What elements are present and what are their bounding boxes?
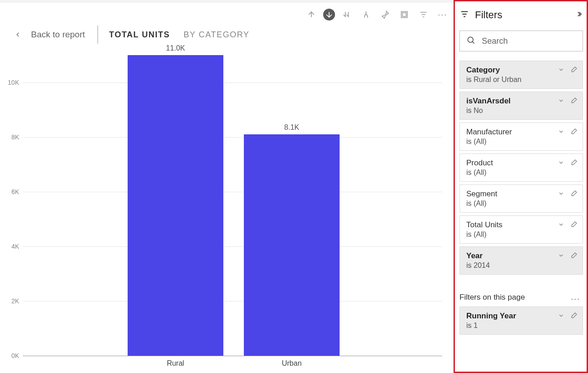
drill-up-icon[interactable] [304, 7, 319, 22]
separator [98, 26, 98, 44]
chevron-down-icon[interactable] [557, 312, 565, 320]
svg-rect-1 [402, 13, 406, 16]
expand-all-icon[interactable] [359, 7, 373, 22]
bar-urban[interactable]: 8.1K [244, 123, 340, 356]
gridline [23, 301, 442, 301]
eraser-icon[interactable] [570, 189, 578, 198]
svg-point-2 [468, 37, 473, 42]
filter-value: is (All) [466, 138, 576, 146]
eraser-icon[interactable] [570, 158, 578, 167]
tab-by-category[interactable]: BY CATEGORY [184, 30, 250, 40]
filter-value: is 2014 [466, 261, 576, 270]
gridline [23, 246, 442, 247]
filter-value: is 1 [466, 322, 576, 330]
breadcrumb-bar: Back to report TOTAL UNITS BY CATEGORY [0, 23, 454, 46]
y-tick-label: 10K [0, 79, 19, 86]
filter-card-isvanarsdel[interactable]: isVanArsdelis No [459, 92, 583, 120]
drill-down-icon[interactable] [323, 9, 335, 20]
filters-search-input[interactable] [482, 36, 576, 46]
gridline [23, 137, 442, 138]
filter-pane-icon [459, 9, 469, 21]
bar-value-label: 11.0K [166, 44, 185, 52]
chevron-down-icon[interactable] [557, 97, 565, 105]
eraser-icon[interactable] [570, 251, 578, 260]
eraser-icon[interactable] [570, 66, 578, 74]
filter-value: is Rural or Urban [466, 76, 576, 84]
chevron-down-icon[interactable] [557, 66, 565, 74]
filter-card-product[interactable]: Productis (All) [459, 153, 583, 182]
x-category-label: Rural [167, 359, 184, 368]
filter-card-segment[interactable]: Segmentis (All) [459, 184, 583, 213]
page-filters-label: Filters on this page [459, 293, 525, 302]
gridline [23, 356, 442, 356]
filter-card-running-year[interactable]: Running Yearis 1 [459, 307, 583, 335]
visual-toolbar: ··· [304, 7, 450, 22]
filter-card-manufacturer[interactable]: Manufactureris (All) [459, 123, 583, 151]
filter-value: is No [466, 107, 576, 115]
more-options-icon[interactable]: ··· [435, 7, 450, 22]
focus-mode-icon[interactable] [397, 7, 412, 22]
page-filters-section: Filters on this page ... [459, 293, 583, 302]
filter-value: is (All) [466, 230, 576, 239]
expand-next-level-icon[interactable] [340, 7, 354, 22]
bar-rect [128, 55, 223, 356]
filter-card-year[interactable]: Yearis 2014 [459, 246, 583, 275]
page-filters-list: Running Yearis 1 [459, 307, 583, 335]
eraser-icon[interactable] [570, 312, 578, 320]
chevron-down-icon[interactable] [557, 158, 565, 167]
filters-search-box[interactable] [459, 31, 583, 51]
back-to-report-link[interactable]: Back to report [31, 30, 85, 40]
y-tick-label: 2K [0, 297, 19, 305]
bar-value-label: 8.1K [284, 123, 299, 132]
visual-filters-list: Categoryis Rural or UrbanisVanArsdelis N… [459, 61, 583, 275]
y-tick-label: 4K [0, 243, 19, 250]
pin-icon[interactable] [378, 7, 392, 22]
filter-card-category[interactable]: Categoryis Rural or Urban [459, 61, 583, 89]
chevron-down-icon[interactable] [557, 189, 565, 198]
tab-total-units[interactable]: TOTAL UNITS [109, 30, 170, 40]
bar-rect [244, 134, 340, 356]
filters-title: Filters [475, 9, 569, 21]
gridline [23, 192, 442, 192]
filter-card-total-units[interactable]: Total Unitsis (All) [459, 215, 583, 244]
chevron-down-icon[interactable] [557, 251, 565, 260]
x-category-label: Urban [282, 359, 302, 368]
report-canvas: ··· Back to report TOTAL UNITS BY CATEGO… [0, 3, 454, 373]
eraser-icon[interactable] [570, 220, 578, 229]
collapse-pane-icon[interactable] [575, 10, 583, 20]
y-tick-label: 0K [0, 352, 19, 359]
filter-value: is (All) [466, 199, 576, 208]
filter-icon[interactable] [416, 7, 431, 22]
back-chevron-icon[interactable] [13, 30, 23, 40]
chevron-down-icon[interactable] [557, 128, 565, 136]
eraser-icon[interactable] [570, 128, 578, 136]
page-filters-more-icon[interactable]: ... [571, 293, 580, 302]
gridline [23, 82, 442, 83]
chevron-down-icon[interactable] [557, 220, 565, 229]
filters-pane: Filters Categoryis Rural or UrbanisVanAr… [454, 0, 588, 373]
filter-value: is (All) [466, 169, 576, 177]
filters-header: Filters [459, 4, 583, 26]
y-tick-label: 8K [0, 133, 19, 141]
eraser-icon[interactable] [570, 97, 578, 105]
bar-rural[interactable]: 11.0K [128, 44, 223, 356]
plot-area: 0K2K4K6K8K10K11.0K8.1K [23, 55, 442, 356]
search-icon [466, 36, 475, 46]
chart-container: 0K2K4K6K8K10K11.0K8.1K RuralUrban [0, 48, 454, 373]
y-tick-label: 6K [0, 188, 19, 195]
